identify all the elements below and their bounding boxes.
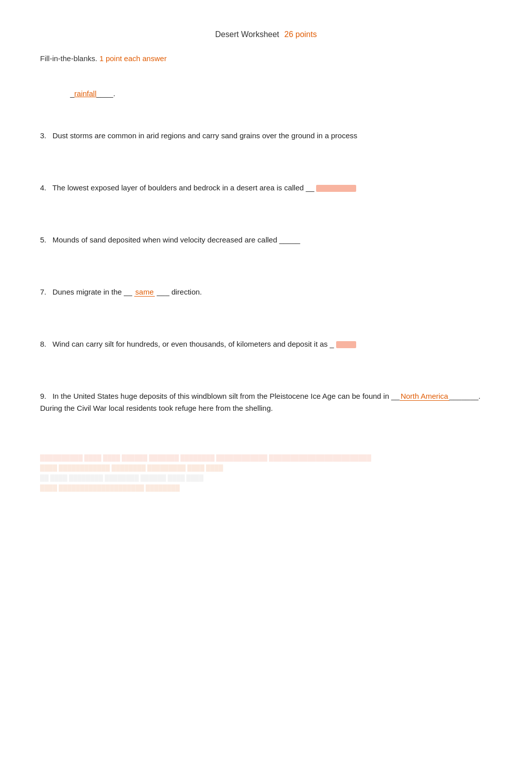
instructions-text: Fill-in-the-blanks. — [40, 54, 97, 63]
question-text-rainfall: _rainfall____. — [70, 89, 115, 98]
question-text-3: 3. Dust storms are common in arid region… — [40, 131, 357, 140]
blurred-line-3: ██ ████ ████████ ████████ ██████ ████ ██… — [40, 474, 492, 481]
bottom-blurred-content: ██████████ ████ ████ ██████ ███████ ████… — [40, 454, 492, 491]
question-number-4: 4. — [40, 183, 47, 192]
answer-rainfall: rainfall — [74, 89, 96, 98]
question-text-5: 5. Mounds of sand deposited when wind ve… — [40, 235, 300, 244]
question-5: 5. Mounds of sand deposited when wind ve… — [40, 234, 492, 246]
blurred-line-2: ████ ████████████ ████████ █████████ ███… — [40, 464, 492, 471]
question-text-7: 7. Dunes migrate in the __ same ___ dire… — [40, 288, 202, 296]
instructions-highlight: 1 point each answer — [99, 54, 166, 63]
question-number-8: 8. — [40, 340, 47, 348]
question-text-8: 8. Wind can carry silt for hundreds, or … — [40, 340, 356, 348]
question-text-4: 4. The lowest exposed layer of boulders … — [40, 183, 356, 192]
question-9: 9. In the United States huge deposits of… — [40, 390, 492, 414]
blurred-line-4: ████ ████████████████████ ████████ — [40, 484, 492, 491]
page-title: Desert Worksheet — [215, 30, 280, 39]
question-number-5: 5. — [40, 235, 47, 244]
question-rainfall: _rainfall____. — [40, 78, 492, 100]
question-number-7: 7. — [40, 288, 47, 296]
answer-north-america: North America — [400, 392, 449, 401]
question-text-9: 9. In the United States huge deposits of… — [40, 392, 480, 412]
question-7: 7. Dunes migrate in the __ same ___ dire… — [40, 286, 492, 298]
instructions: Fill-in-the-blanks. 1 point each answer — [40, 54, 492, 63]
question-3: 3. Dust storms are common in arid region… — [40, 130, 492, 142]
question-8: 8. Wind can carry silt for hundreds, or … — [40, 338, 492, 350]
blurred-line-1: ██████████ ████ ████ ██████ ███████ ████… — [40, 454, 492, 461]
answer-same: same — [134, 288, 155, 297]
question-number-9: 9. — [40, 392, 47, 400]
question-4: 4. The lowest exposed layer of boulders … — [40, 182, 492, 194]
page-header: Desert Worksheet 26 points — [40, 30, 492, 39]
question-number-3: 3. — [40, 131, 47, 140]
redacted-answer-8 — [336, 341, 356, 348]
points-badge: 26 points — [284, 30, 317, 39]
redacted-answer-4 — [316, 185, 356, 192]
